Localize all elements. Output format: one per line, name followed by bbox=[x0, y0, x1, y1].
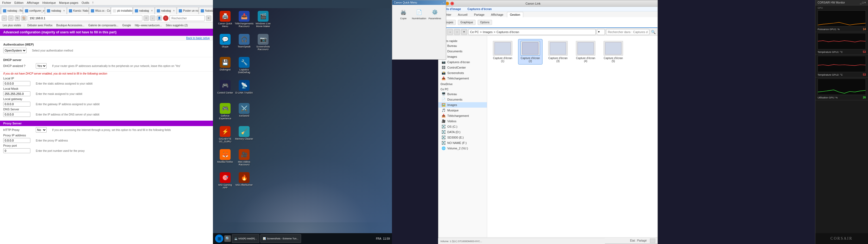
fe-tab-affichage[interactable]: Affichage bbox=[488, 12, 506, 17]
proxy-port-input[interactable] bbox=[3, 148, 30, 153]
desktop-icon-icesword[interactable]: ⚔️ IceSword bbox=[235, 103, 254, 117]
forward-button[interactable]: → bbox=[8, 16, 13, 21]
tab-1[interactable]: configurer_vot... × bbox=[23, 7, 45, 14]
desktop-icon-afterburner[interactable]: 🔥 MSI Afterburner bbox=[235, 172, 254, 186]
file-item-1[interactable]: Capture d'écran (1) bbox=[490, 39, 515, 64]
desktop-icon-screenshots[interactable]: 📷 Screenshots Raccourci bbox=[254, 34, 273, 51]
sidebar-item-sd3000-e[interactable]: 💽SD3000 (E:) bbox=[438, 135, 487, 140]
bookmark-0[interactable]: Les plus visités bbox=[2, 23, 22, 27]
tab-4[interactable]: Wizz.cc - Cons... × bbox=[89, 7, 111, 14]
bookmark-3[interactable]: Galerie de composants... bbox=[87, 23, 119, 27]
desktop-icon-skype[interactable]: 💬 Skype bbox=[216, 34, 235, 48]
auth-method-select[interactable]: OpenSystem SharedKey bbox=[3, 48, 27, 53]
address-images[interactable]: Images bbox=[483, 30, 493, 34]
gateway-input[interactable] bbox=[3, 102, 30, 106]
tab-5[interactable]: pb installation _ × bbox=[111, 7, 133, 14]
desktop-icon-teamspeak[interactable]: 🎧 TeamSpeak bbox=[235, 34, 254, 48]
fe-tab-gestion[interactable]: Gestion bbox=[507, 12, 523, 17]
hw-maximize-btn[interactable]: □ bbox=[862, 1, 864, 4]
sidebar-item-volume2[interactable]: 🌐Volume_2 (\\U:) bbox=[438, 146, 487, 151]
menu-marquepages[interactable]: Marque-pages bbox=[59, 1, 79, 4]
reload-button[interactable]: ↻ bbox=[14, 16, 20, 21]
menu-button[interactable]: ≡ bbox=[206, 16, 211, 21]
desktop-icon-controlcenter[interactable]: 🎮 Control Center bbox=[216, 80, 235, 94]
back-button[interactable]: ← bbox=[2, 16, 7, 21]
sidebar-item-musique[interactable]: 🎵Musique bbox=[438, 108, 487, 113]
bookmark-1[interactable]: Débuter avec Firefox bbox=[26, 23, 54, 27]
sidebar-item-documents-2[interactable]: 📄Documents bbox=[438, 97, 487, 102]
tab-9[interactable]: Nabatag Setup × bbox=[199, 7, 213, 14]
sidebar-item-noname-f[interactable]: 💽NO NAME (F:) bbox=[438, 140, 487, 146]
fe-tab-partage[interactable]: Partage bbox=[471, 12, 488, 17]
desktop-icon-downloads[interactable]: 📥 Téléchargements Raccourci bbox=[235, 11, 254, 28]
desktop-icon-firefox[interactable]: 🦊 Mozilla Firefox bbox=[216, 149, 235, 163]
file-item-3[interactable]: Capture d'écran (3) bbox=[546, 39, 570, 64]
dns-input[interactable] bbox=[3, 112, 30, 117]
start-button[interactable]: ⊞ bbox=[215, 235, 223, 243]
tab-close-6[interactable]: × bbox=[150, 9, 153, 12]
proxy-ip-input[interactable] bbox=[3, 138, 30, 143]
search-taskbar-button[interactable]: 🔍 bbox=[224, 235, 231, 242]
canon-icon-copie[interactable]: 🖨️ Copie bbox=[397, 7, 410, 21]
bookmark-6[interactable]: Sites suggérés (2) bbox=[165, 23, 189, 27]
tab-close-2[interactable]: × bbox=[62, 9, 65, 12]
desktop-icon-memorycleaner[interactable]: 🧹 Memory Cleaner bbox=[235, 126, 254, 140]
canon-icon-params[interactable]: ⚙️ Paramètres bbox=[428, 7, 442, 21]
canon-minimize-btn[interactable]: _ bbox=[441, 1, 442, 4]
fe-search-btn[interactable]: 🔍 bbox=[650, 29, 656, 35]
taskbar-app-screenshots[interactable]: 📊 Screenshots - Extreme Tun... bbox=[260, 234, 301, 243]
bookmark-4[interactable]: Google bbox=[121, 23, 132, 27]
sidebar-item-os-c[interactable]: 💽OS (C:) bbox=[438, 124, 487, 129]
desktop-icon-diskmgmt[interactable]: 💾 Diskmgmt bbox=[216, 57, 235, 71]
sidebar-item-telechargement-1[interactable]: 📥Téléchargement bbox=[438, 75, 487, 81]
desktop-icon-geforce[interactable]: 🎮 Geforce Experience bbox=[216, 103, 235, 120]
taskbar-app-msi[interactable]: 💻 MSI(R) Intel(R)... bbox=[232, 234, 259, 243]
fe-recent-btn[interactable]: ▾ bbox=[461, 29, 467, 35]
address-input[interactable] bbox=[28, 15, 143, 21]
desktop-icon-dlink[interactable]: 📡 D-LINK-7Aa59A bbox=[235, 80, 254, 94]
user-button[interactable]: 👤 bbox=[156, 16, 162, 21]
fe-close-btn[interactable]: × bbox=[450, 2, 454, 5]
local-mask-input[interactable] bbox=[3, 91, 30, 96]
dhcp-select[interactable]: Yes No bbox=[36, 63, 46, 69]
address-captures[interactable]: Captures d'écran bbox=[496, 30, 519, 34]
tab-2[interactable]: nabatag × bbox=[45, 7, 67, 14]
fe-ribbon-btn-2[interactable]: Graphique bbox=[458, 20, 475, 25]
sidebar-item-images-2[interactable]: 🖼️Images bbox=[438, 102, 487, 108]
canon-icon-numerisation[interactable]: 📄 Numérisation bbox=[412, 7, 426, 21]
canon-close-btn[interactable]: × bbox=[443, 1, 444, 4]
download-button[interactable]: ↓ bbox=[150, 16, 155, 21]
sidebar-item-captures[interactable]: 📷Captures d'écran bbox=[438, 59, 487, 65]
fe-ribbon-btn-3[interactable]: Options bbox=[478, 20, 492, 25]
desktop-icon-msigaming[interactable]: 🎯 MSI Gaming APP bbox=[216, 172, 235, 189]
file-item-2[interactable]: Capture d'écran (2) bbox=[518, 39, 542, 64]
menu-outils[interactable]: Outils bbox=[82, 1, 89, 4]
bookmark-5[interactable]: http--www.rueducom... bbox=[134, 23, 163, 27]
sidebar-item-telechargement-2[interactable]: 📥Téléchargement bbox=[438, 113, 487, 119]
fe-up-btn[interactable]: ↑ bbox=[454, 29, 460, 35]
tab-7[interactable]: nabatag × bbox=[155, 7, 177, 14]
desktop-icon-canon[interactable]: 🖨️ Canon Quick Menu bbox=[216, 11, 235, 28]
sidebar-item-data-d[interactable]: 💽DATA (D:) bbox=[438, 129, 487, 135]
fe-address-bar[interactable]: Ce PC > Images > Captures d'écran bbox=[468, 29, 596, 35]
bookmark-2[interactable]: Boutique Accessoires... bbox=[55, 23, 86, 27]
menu-historique[interactable]: Historique bbox=[42, 1, 56, 4]
tab-8[interactable]: Poster un nouv... × bbox=[177, 7, 198, 14]
fe-search-input[interactable] bbox=[606, 29, 649, 35]
fe-view-toggle[interactable] bbox=[650, 239, 655, 243]
sidebar-item-controlcenter[interactable]: 🎛️ControlCenter bbox=[438, 65, 487, 70]
search-input[interactable] bbox=[169, 15, 205, 21]
desktop-icon-gigabyte[interactable]: ⚡ GIGABYTE OC_GURU bbox=[216, 126, 235, 143]
hw-minimize-btn[interactable]: _ bbox=[860, 1, 862, 4]
desktop-icon-moviemaker[interactable]: 🎬 Windows Live Movie Maker bbox=[254, 11, 273, 28]
menu-fichier[interactable]: Fichier bbox=[2, 1, 11, 4]
sidebar-item-videos[interactable]: 🎥Vidéos bbox=[438, 119, 487, 124]
tab-0[interactable]: nabatag - Rec... × bbox=[1, 7, 23, 14]
file-item-5[interactable]: Capture d'écran (5) bbox=[601, 39, 625, 64]
captures-tab-label[interactable]: Captures d'écran bbox=[467, 7, 492, 10]
http-proxy-select[interactable]: No Yes bbox=[36, 127, 46, 132]
menu-help[interactable]: ! bbox=[93, 1, 93, 4]
tab-6[interactable]: nabatag × bbox=[133, 7, 155, 14]
menu-affichage[interactable]: Affichage bbox=[27, 1, 39, 4]
home-button[interactable]: 🏠 bbox=[21, 16, 27, 21]
